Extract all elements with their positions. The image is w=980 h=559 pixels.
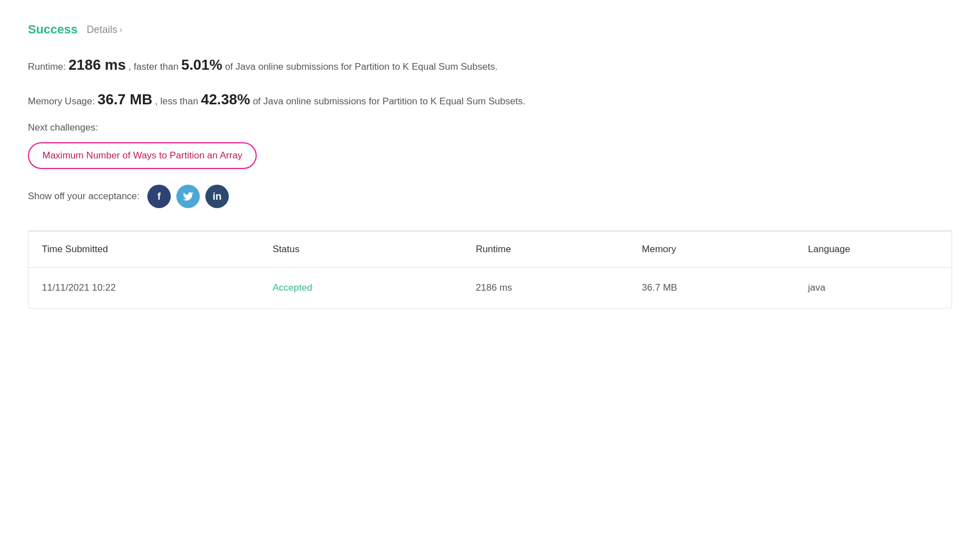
header-language: Language [795,232,952,268]
table-header-row: Time Submitted Status Runtime Memory Lan… [28,232,952,268]
memory-separator: , less than [155,96,199,107]
chevron-icon: › [119,25,122,34]
memory-percent: 42.38% [201,91,250,108]
cell-memory: 36.7 MB [628,268,795,309]
header-time-submitted: Time Submitted [28,232,260,268]
challenge-button[interactable]: Maximum Number of Ways to Partition an A… [28,142,257,169]
memory-suffix: of Java online submissions for Partition… [253,96,526,107]
cell-time-submitted: 11/11/2021 10:22 [28,268,260,309]
memory-label: Memory Usage: [28,96,95,107]
details-link[interactable]: Details › [87,24,122,36]
runtime-percent: 5.01% [181,56,223,73]
social-icons: f in [147,185,229,208]
result-header: Success Details › [28,22,952,37]
runtime-separator: , faster than [128,61,179,72]
header-status: Status [260,232,463,268]
next-challenges-label: Next challenges: [28,122,952,133]
submissions-table: Time Submitted Status Runtime Memory Lan… [28,231,952,309]
memory-value: 36.7 MB [98,91,152,108]
linkedin-icon[interactable]: in [205,185,229,208]
table-row: 11/11/2021 10:22 Accepted 2186 ms 36.7 M… [28,268,952,309]
cell-language: java [795,268,952,309]
header-runtime: Runtime [462,232,628,268]
cell-runtime: 2186 ms [462,268,628,309]
details-text: Details [87,24,117,36]
social-label: Show off your acceptance: [28,191,140,202]
facebook-icon[interactable]: f [147,185,171,208]
runtime-section: Runtime: 2186 ms , faster than 5.01% of … [28,54,952,77]
runtime-suffix: of Java online submissions for Partition… [225,61,498,72]
cell-status: Accepted [260,268,463,309]
runtime-value: 2186 ms [69,56,126,73]
status-label: Success [28,22,78,37]
memory-section: Memory Usage: 36.7 MB , less than 42.38%… [28,88,952,112]
social-section: Show off your acceptance: f in [28,185,952,208]
header-memory: Memory [628,232,795,268]
twitter-icon[interactable] [176,185,200,208]
runtime-label: Runtime: [28,61,66,72]
